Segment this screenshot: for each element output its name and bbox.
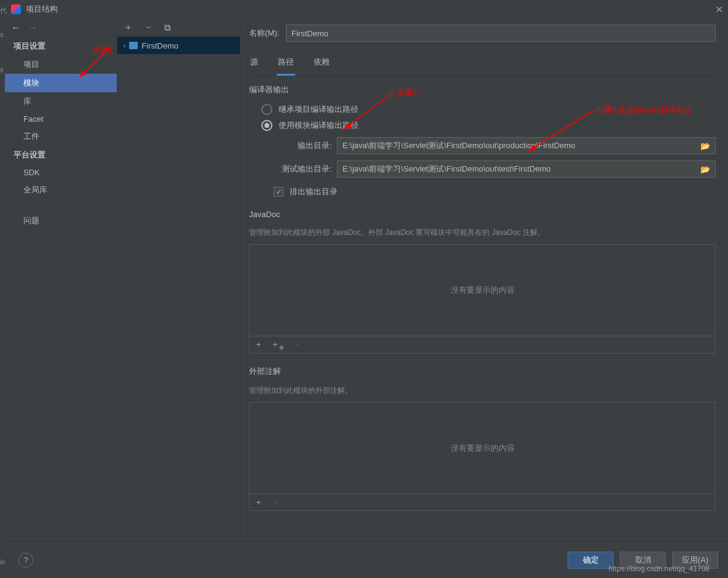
remove-icon: － (271, 497, 279, 508)
tab-dependencies[interactable]: 依赖 (312, 53, 331, 75)
output-path-value: E:\java\前端学习\Servlet测试\FirstDemo\out\pro… (342, 140, 576, 151)
crop-char: 代 (0, 6, 7, 15)
test-output-path-label: 测试输出目录: (274, 164, 332, 175)
close-icon[interactable]: ✕ (715, 4, 723, 15)
radio-module-label: 使用模块编译输出路径 (279, 120, 358, 131)
test-output-path-value: E:\java\前端学习\Servlet测试\FirstDemo\out\tes… (342, 164, 551, 175)
tab-sources[interactable]: 源 (249, 53, 259, 75)
test-output-path-input[interactable]: E:\java\前端学习\Servlet测试\FirstDemo\out\tes… (337, 160, 716, 178)
output-path-label: 输出目录: (274, 140, 332, 151)
exclude-checkbox[interactable]: ✓ 排出输出目录 (274, 186, 716, 197)
app-icon (11, 4, 21, 14)
exclude-label: 排出输出目录 (290, 186, 338, 197)
module-list-panel: ＋ － ⧉ › FirstDemo (117, 18, 240, 541)
add-url-icon[interactable]: ＋⊕ (271, 339, 284, 350)
checkbox-icon: ✓ (274, 187, 283, 197)
watermark: https://blog.csdn.net/qq_41708 (609, 564, 710, 573)
javadoc-desc: 管理附加到此模块的外部 JavaDoc。外部 JavaDoc 重写模块中可能具有… (249, 228, 716, 238)
chevron-right-icon: › (124, 42, 125, 49)
copy-icon[interactable]: ⧉ (164, 22, 171, 33)
radio-icon (261, 104, 272, 115)
crop-l: /l (0, 66, 4, 74)
add-icon[interactable]: ＋ (255, 339, 263, 350)
sidebar-item-sdks[interactable]: SDK (5, 164, 117, 181)
sidebar-item-global-libs[interactable]: 全局库 (5, 181, 117, 199)
radio-inherit[interactable]: 继承项目编译输出路径 (261, 104, 716, 115)
sidebar: ← → 项目设置 项目 模块 库 Facet 工件 平台设置 SDK 全局库 问… (5, 18, 117, 541)
ok-button[interactable]: 确定 (568, 552, 614, 569)
module-icon (129, 42, 138, 49)
ext-anno-list[interactable]: 没有要显示的内容 (249, 402, 716, 494)
sidebar-item-project[interactable]: 项目 (5, 55, 117, 74)
name-input[interactable] (286, 25, 716, 42)
remove-icon[interactable]: － (144, 22, 153, 33)
radio-module[interactable]: 使用模块编译输出路径 (261, 120, 716, 131)
platform-settings-header: 平台设置 (5, 146, 117, 164)
empty-text: 没有要显示的内容 (451, 285, 515, 296)
sidebar-item-problems[interactable]: 问题 (5, 212, 117, 230)
radio-inherit-label: 继承项目编译输出路径 (279, 104, 358, 115)
content-panel: 名称(M): 源 路径 依赖 编译器输出 继承项目编译输出路径 使用模块编译输出… (240, 18, 728, 541)
sidebar-item-modules[interactable]: 模块 (5, 74, 117, 92)
tab-paths[interactable]: 路径 (277, 53, 295, 76)
add-icon[interactable]: ＋ (124, 22, 133, 33)
sidebar-item-libraries[interactable]: 库 (5, 92, 117, 111)
javadoc-list[interactable]: 没有要显示的内容 (249, 244, 716, 336)
sidebar-item-facets[interactable]: Facet (5, 111, 117, 127)
browse-icon[interactable]: 📂 (700, 165, 710, 174)
forward-icon[interactable]: → (28, 22, 38, 33)
sidebar-item-artifacts[interactable]: 工件 (5, 127, 117, 146)
ext-anno-title: 外部注解 (249, 366, 716, 377)
radio-icon (261, 120, 272, 131)
module-tree-item[interactable]: › FirstDemo (117, 37, 240, 54)
help-icon[interactable]: ? (18, 553, 33, 568)
browse-icon[interactable]: 📂 (700, 141, 710, 151)
javadoc-title: JavaDoc (249, 210, 716, 219)
back-icon[interactable]: ← (11, 22, 21, 33)
add-icon[interactable]: ＋ (255, 497, 263, 508)
crop-s: s (0, 31, 4, 38)
module-name: FirstDemo (141, 41, 178, 50)
ext-anno-desc: 管理附加到此模块的外部注解。 (249, 386, 716, 396)
compiler-output-title: 编译器输出 (249, 84, 716, 95)
remove-icon: － (293, 339, 301, 350)
empty-text: 没有要显示的内容 (451, 443, 515, 454)
project-settings-header: 项目设置 (5, 37, 117, 55)
output-path-input[interactable]: E:\java\前端学习\Servlet测试\FirstDemo\out\pro… (337, 137, 716, 154)
window-title: 项目结构 (26, 4, 58, 15)
name-label: 名称(M): (249, 28, 286, 39)
